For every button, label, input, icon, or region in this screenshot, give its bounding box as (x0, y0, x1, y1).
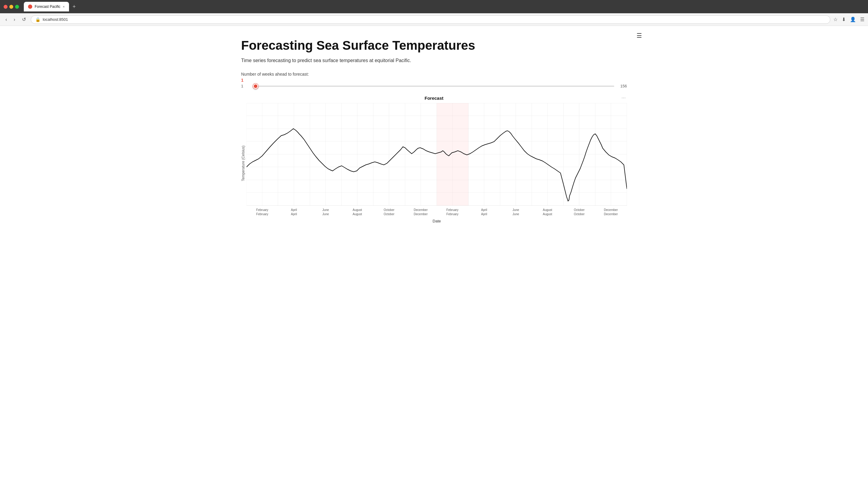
tab-bar: Forecast Pacific × + (24, 2, 864, 11)
slider-value: 1 (241, 78, 627, 83)
svg-text:December: December (604, 213, 618, 216)
new-tab-button[interactable]: + (70, 2, 79, 11)
chart-wrapper: Temperature (Celsius) 30.0 (241, 103, 627, 223)
menu-icon[interactable]: ☰ (860, 17, 864, 22)
svg-text:August: August (352, 208, 362, 212)
svg-text:December: December (414, 208, 428, 212)
svg-text:April: April (291, 213, 297, 216)
svg-text:December: December (414, 213, 428, 216)
svg-text:April: April (291, 208, 297, 212)
download-icon[interactable]: ⬇ (842, 17, 846, 22)
svg-text:February: February (446, 208, 458, 212)
svg-text:June: June (513, 213, 519, 216)
chart-area: 30.0 29.5 29.0 28.5 28.0 27.5 27.0 26.5 … (247, 103, 627, 223)
y-axis-label: Temperature (Celsius) (241, 103, 245, 223)
security-icon: 🔒 (35, 17, 40, 22)
maximize-button[interactable] (15, 5, 19, 9)
tab-favicon (28, 4, 32, 9)
tab-close-button[interactable]: × (63, 5, 64, 8)
slider-container: 1 156 (241, 84, 627, 88)
svg-text:June: June (322, 213, 329, 216)
svg-text:August: August (543, 208, 552, 212)
svg-text:October: October (574, 213, 585, 216)
chart-menu-icon[interactable]: ⋯ (621, 96, 626, 100)
close-button[interactable] (4, 5, 7, 9)
tab-title: Forecast Pacific (35, 4, 60, 9)
svg-text:October: October (384, 208, 395, 212)
svg-text:February: February (446, 213, 458, 216)
slider-track[interactable] (254, 86, 614, 87)
slider-min: 1 (241, 84, 250, 88)
page-title: Forecasting Sea Surface Temperatures (241, 38, 627, 53)
svg-text:February: February (256, 208, 268, 212)
svg-text:October: October (574, 208, 585, 212)
x-axis-label: Date (247, 219, 627, 223)
address-bar[interactable]: 🔒 localhost:8501 (31, 15, 830, 24)
back-button[interactable]: ‹ (4, 16, 9, 24)
nav-icons: ☆ ⬇ 👤 ☰ (833, 17, 864, 22)
chart-section: Forecast ⋯ Temperature (Celsius) (241, 96, 627, 223)
browser-tab[interactable]: Forecast Pacific × (24, 2, 69, 11)
svg-text:June: June (513, 208, 519, 212)
sidebar-toggle[interactable]: ☰ (637, 32, 642, 39)
svg-text:April: April (481, 208, 487, 212)
page-subtitle: Time series forecasting to predict sea s… (241, 58, 627, 63)
svg-text:June: June (322, 208, 329, 212)
svg-text:October: October (384, 213, 395, 216)
svg-text:December: December (604, 208, 618, 212)
bookmark-icon[interactable]: ☆ (833, 17, 838, 22)
account-icon[interactable]: 👤 (850, 17, 856, 22)
traffic-lights (4, 5, 19, 9)
browser-chrome: Forecast Pacific × + (0, 0, 868, 13)
forecast-chart: 30.0 29.5 29.0 28.5 28.0 27.5 27.0 26.5 … (247, 103, 627, 212)
page-content: ☰ Forecasting Sea Surface Temperatures T… (217, 26, 651, 242)
svg-text:April: April (481, 213, 487, 216)
url-text: localhost:8501 (43, 17, 68, 22)
slider-max: 156 (618, 84, 627, 88)
slider-thumb[interactable] (253, 84, 258, 89)
slider-section: Number of weeks ahead to forecast: 1 1 1… (241, 72, 627, 88)
chart-title: Forecast (241, 96, 627, 101)
forward-button[interactable]: › (12, 16, 17, 24)
svg-text:February: February (256, 213, 268, 216)
svg-text:August: August (543, 213, 552, 216)
svg-rect-43 (437, 103, 468, 205)
refresh-button[interactable]: ↺ (20, 15, 28, 24)
nav-bar: ‹ › ↺ 🔒 localhost:8501 ☆ ⬇ 👤 ☰ (0, 13, 868, 26)
minimize-button[interactable] (9, 5, 13, 9)
slider-label: Number of weeks ahead to forecast: (241, 72, 627, 76)
svg-text:August: August (352, 213, 362, 216)
